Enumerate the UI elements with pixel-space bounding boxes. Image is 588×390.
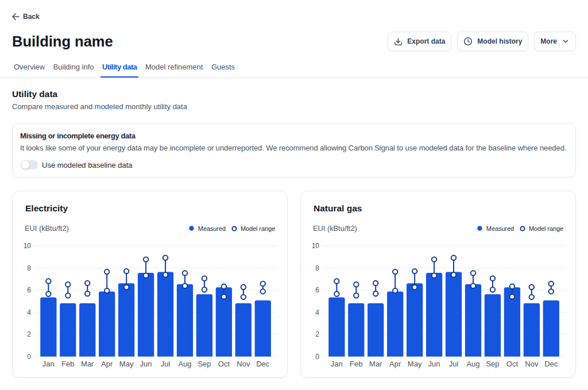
svg-text:Oct: Oct: [506, 360, 519, 368]
svg-text:Jun: Jun: [428, 360, 440, 368]
svg-text:Nov: Nov: [237, 360, 250, 368]
svg-text:Apr: Apr: [389, 360, 401, 368]
svg-text:Apr: Apr: [101, 360, 113, 368]
svg-text:Jan: Jan: [42, 360, 55, 368]
svg-text:Jan: Jan: [331, 360, 343, 368]
svg-text:10: 10: [24, 242, 32, 250]
svg-text:Dec: Dec: [544, 360, 558, 368]
svg-text:10: 10: [312, 242, 320, 250]
svg-text:Jun: Jun: [140, 360, 152, 368]
svg-text:2: 2: [315, 330, 319, 338]
svg-text:Mar: Mar: [369, 360, 382, 368]
svg-text:2: 2: [27, 330, 31, 338]
svg-text:6: 6: [27, 286, 31, 294]
svg-text:May: May: [119, 360, 134, 368]
svg-text:Mar: Mar: [81, 360, 94, 368]
svg-text:6: 6: [315, 286, 319, 294]
svg-text:Jul: Jul: [449, 360, 459, 368]
svg-text:Nov: Nov: [525, 360, 539, 368]
svg-text:Aug: Aug: [466, 360, 479, 368]
svg-text:0: 0: [27, 353, 31, 361]
svg-text:Sep: Sep: [198, 360, 211, 368]
svg-text:Jul: Jul: [161, 360, 171, 368]
svg-text:Feb: Feb: [350, 360, 362, 368]
svg-text:Sep: Sep: [486, 360, 499, 368]
svg-text:0: 0: [315, 353, 319, 361]
svg-text:4: 4: [315, 308, 319, 316]
svg-text:Oct: Oct: [218, 360, 230, 368]
svg-text:May: May: [408, 360, 422, 368]
svg-text:Aug: Aug: [178, 360, 191, 368]
svg-text:8: 8: [27, 264, 31, 272]
svg-text:8: 8: [315, 264, 319, 272]
svg-text:Dec: Dec: [256, 360, 270, 368]
svg-text:Feb: Feb: [61, 360, 74, 368]
svg-text:4: 4: [27, 308, 31, 316]
